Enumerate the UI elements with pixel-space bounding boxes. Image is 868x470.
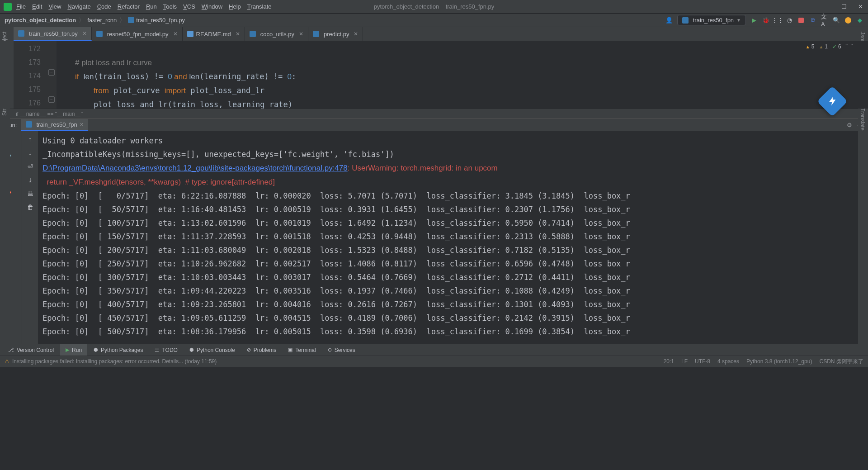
tab-label: TODO [162,347,177,353]
maximize-button[interactable]: ☐ [840,3,848,10]
tab-icon: ⊘ [247,347,251,353]
crumb-file[interactable]: train_res50_fpn.py [128,17,185,24]
coverage-button[interactable]: ⋮⋮ [774,17,781,24]
titlebar: FileEditViewNavigateCodeRefactorRunTools… [0,0,868,14]
menu-run[interactable]: Run [146,3,157,10]
crumb-sep: 〉 [79,16,85,24]
warning-icon: ⚠ [5,358,9,365]
menu-code[interactable]: Code [97,3,111,10]
menu-edit[interactable]: Edit [32,3,42,10]
run-button[interactable]: ▶ [750,17,758,24]
bottom-tab-problems[interactable]: ⊘Problems [241,344,282,356]
debug-button[interactable]: 🐞 [762,17,769,24]
close-button[interactable]: ✕ [856,3,864,10]
status-message[interactable]: Installing packages failed: Installing p… [12,358,217,365]
menu-refactor[interactable]: Refactor [118,3,140,10]
up-button[interactable]: ↑ [26,135,35,144]
weak-warnings-count[interactable]: 1 [819,43,828,50]
run-tool-header: Run: train_res50_fpn ✕ ⚙ — [0,119,868,131]
translate-icon[interactable]: 文A [821,17,828,24]
status-bar: ⚠ Installing packages failed: Installing… [0,356,868,367]
warnings-count[interactable]: 5 [806,43,815,50]
menu-translate[interactable]: Translate [247,3,272,10]
profile-button[interactable]: ◔ [786,17,793,24]
trash-button[interactable]: 🗑 [26,203,35,212]
run-tab[interactable]: train_res50_fpn ✕ [21,119,88,131]
markdown-file-icon [187,31,193,37]
indent-setting[interactable]: 4 spaces [717,358,739,365]
tab-label: Version Control [17,347,54,353]
menu-view[interactable]: View [48,3,61,10]
editor-tabs: train_res50_fpn.py✕resnet50_fpn_model.py… [0,27,868,41]
updates-icon[interactable] [844,17,852,24]
bottom-tab-version-control[interactable]: ⎇Version Control [3,344,59,356]
down-button[interactable]: ↓ [26,148,35,157]
close-icon[interactable]: ✕ [236,31,240,37]
close-icon[interactable]: ✕ [354,31,358,37]
search-icon[interactable]: 🔍 [833,17,840,24]
tab-icon: ⊙ [328,347,332,353]
editor-tab-label: resnet50_fpn_model.py [107,31,169,38]
line-number-gutter: 172173174175176 [14,41,47,109]
breadcrumb: pytorch_object_detection 〉 faster_rcnn 〉… [5,16,185,24]
bottom-tab-python-console[interactable]: ⬢Python Console [184,344,241,356]
crumb-sep: 〉 [119,16,125,24]
crumb-folder[interactable]: faster_rcnn [87,17,117,24]
run-tab-label: train_res50_fpn [36,121,77,128]
editor-tab[interactable]: README.md✕ [183,27,245,41]
inspection-nav[interactable]: ˆ ˅ [846,43,854,50]
bottom-tab-run[interactable]: ▶Run [60,344,87,356]
line-separator[interactable]: LF [681,358,688,365]
attach-button[interactable]: ⧉ [809,17,816,24]
fold-gutter: − − [47,41,57,109]
editor-tab[interactable]: train_res50_fpn.py✕ [14,27,92,41]
scope-breadcrumb[interactable]: if __name__ == "__main__" [0,109,868,119]
print-button[interactable]: 🖶 [26,189,35,198]
editor-tab-label: coco_utils.py [260,31,294,38]
bottom-tool-tabs: ⎇Version Control▶Run⬢Python Packages☰TOD… [0,344,868,356]
tab-label: Python Packages [101,347,143,353]
gear-icon[interactable]: ⚙ [847,122,852,128]
editor[interactable]: 172173174175176 − − # plot loss and lr c… [0,41,868,109]
tab-label: Python Console [197,347,235,353]
editor-tab[interactable]: resnet50_fpn_model.py✕ [92,27,183,41]
scroll-button[interactable]: ⤓ [26,176,35,185]
fold-marker[interactable]: − [48,69,55,76]
editor-tab[interactable]: coco_utils.py✕ [245,27,308,41]
tab-icon: ☰ [155,347,159,353]
file-encoding[interactable]: UTF-8 [695,358,710,365]
code-area[interactable]: # plot loss and lr curve if len(train_lo… [57,41,868,109]
close-icon[interactable]: ✕ [80,122,84,128]
stop-button[interactable] [797,17,805,24]
add-user-icon[interactable]: 👤 [665,17,673,24]
menu-tools[interactable]: Tools [163,3,177,10]
bottom-tab-python-packages[interactable]: ⬢Python Packages [88,344,148,356]
menu-file[interactable]: File [16,3,26,10]
bottom-tab-terminal[interactable]: ▣Terminal [283,344,321,356]
close-icon[interactable]: ✕ [299,31,303,37]
main-menu: FileEditViewNavigateCodeRefactorRunTools… [16,3,272,10]
menu-navigate[interactable]: Navigate [67,3,90,10]
tab-label: Problems [254,347,277,353]
wrap-button[interactable]: ⏎ [26,162,35,171]
menu-help[interactable]: Help [229,3,241,10]
bottom-tab-todo[interactable]: ☰TODO [149,344,183,356]
python-file-icon [26,121,32,128]
console-output[interactable]: Using 0 dataloader workers _Incompatible… [38,131,868,344]
close-icon[interactable]: ✕ [82,30,87,37]
python-interpreter[interactable]: Python 3.8 (torch1.12_gpu) [746,358,812,365]
fold-marker[interactable]: − [48,96,55,103]
inspection-summary[interactable]: 5 1 6 ˆ ˅ [806,43,854,50]
minimize-button[interactable]: — [824,3,832,10]
caret-position[interactable]: 20:1 [664,358,674,365]
run-config-selector[interactable]: train_res50_fpn ▼ [677,15,746,25]
close-icon[interactable]: ✕ [173,31,178,37]
editor-tab[interactable]: predict.py✕ [308,27,363,41]
codewithme-icon[interactable]: ◆ [856,17,863,24]
menu-vcs[interactable]: VCS [183,3,195,10]
typos-count[interactable]: 6 [832,43,841,50]
tab-label: Terminal [295,347,316,353]
crumb-project[interactable]: pytorch_object_detection [5,17,76,24]
menu-window[interactable]: Window [202,3,222,10]
bottom-tab-services[interactable]: ⊙Services [322,344,361,356]
